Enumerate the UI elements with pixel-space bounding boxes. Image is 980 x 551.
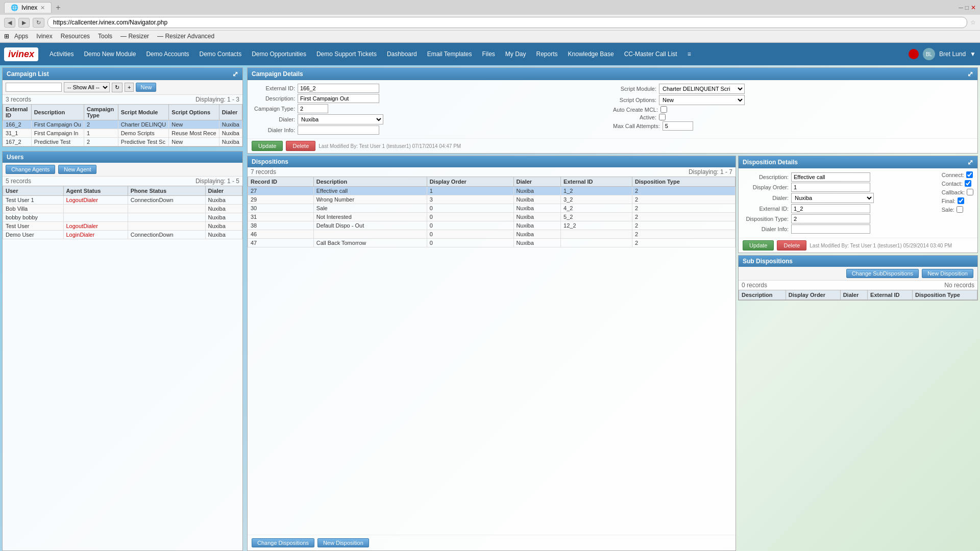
reload-button[interactable]: ↻ <box>33 18 44 28</box>
cell-dialer: Nuxiba <box>219 120 242 129</box>
nav-cc-master[interactable]: CC-Master Call List <box>619 43 682 65</box>
disposition-table-row[interactable]: 38 Default Dispo - Out 0 Nuxiba 12_2 2 <box>248 221 736 230</box>
new-subdisposition-button[interactable]: New Disposition <box>922 269 973 278</box>
change-dispositions-button[interactable]: Change Dispositions <box>252 538 314 547</box>
add-campaign-icon-button[interactable]: + <box>125 83 134 92</box>
users-table-row[interactable]: Bob Villa Nuxiba <box>3 205 242 213</box>
back-button[interactable]: ◀ <box>4 18 15 28</box>
disp-external-id-label: External ID: <box>743 206 791 212</box>
connect-checkbox[interactable] <box>966 171 973 178</box>
users-table-scroll[interactable]: User Agent Status Phone Status Dialer Te… <box>3 186 242 239</box>
nav-demo-new-module[interactable]: Demo New Module <box>79 43 141 65</box>
disposition-table-row[interactable]: 27 Effective call 1 Nuxiba 1_2 2 <box>248 187 736 195</box>
campaign-details-expand[interactable]: ⤢ <box>967 70 973 78</box>
script-options-select[interactable]: New <box>659 95 745 105</box>
disposition-table-row[interactable]: 31 Not Interested 0 Nuxiba 5_2 2 <box>248 213 736 221</box>
nav-knowledge-base[interactable]: Knowledge Base <box>563 43 619 65</box>
url-bar[interactable] <box>47 17 967 28</box>
nav-activities[interactable]: Activities <box>44 43 79 65</box>
change-agents-button[interactable]: Change Agents <box>6 165 55 174</box>
description-input[interactable] <box>298 94 379 103</box>
new-disposition-button[interactable]: New Disposition <box>317 538 369 547</box>
sale-checkbox[interactable] <box>957 206 963 213</box>
nav-demo-accounts[interactable]: Demo Accounts <box>141 43 194 65</box>
campaign-table-row[interactable]: 166_2 First Campaign Ou 2 Charter DELINQ… <box>3 120 242 129</box>
disp-details-expand[interactable]: ⤢ <box>967 158 973 166</box>
refresh-button[interactable]: ↻ <box>112 83 122 92</box>
disp-external-id-input[interactable] <box>791 204 870 213</box>
bookmark-ivinex[interactable]: Ivinex <box>33 32 55 41</box>
auto-create-mcl-checkbox[interactable] <box>660 106 667 113</box>
users-records-count: 5 records <box>6 178 31 185</box>
bookmark-apps[interactable]: Apps <box>11 32 31 41</box>
external-id-input[interactable] <box>298 84 379 93</box>
disposition-table-row[interactable]: 29 Wrong Number 3 Nuxiba 3_2 2 <box>248 195 736 204</box>
disp-dialer-select[interactable]: Nuxiba <box>791 193 874 203</box>
disp-description-input[interactable] <box>791 172 870 182</box>
nav-demo-opportunities[interactable]: Demo Opportunities <box>247 43 311 65</box>
disposition-table-row[interactable]: 30 Sale 0 Nuxiba 4_2 2 <box>248 204 736 213</box>
bookmark-tools[interactable]: Tools <box>95 32 115 41</box>
campaign-delete-button[interactable]: Delete <box>286 141 315 151</box>
new-agent-button[interactable]: New Agent <box>58 165 96 174</box>
bookmark-resources[interactable]: Resources <box>58 32 93 41</box>
script-module-label: Script Module: <box>613 86 659 92</box>
bookmark-resizer-advanced[interactable]: — Resizer Advanced <box>154 32 217 41</box>
campaign-expand-icon[interactable]: ⤢ <box>232 70 238 78</box>
nav-demo-support[interactable]: Demo Support Tickets <box>311 43 382 65</box>
max-call-attempts-input[interactable] <box>663 121 693 131</box>
forward-button[interactable]: ▶ <box>18 18 30 28</box>
sub-dispositions-table-scroll[interactable]: Description Display Order Dialer Externa… <box>739 290 977 300</box>
nav-email-templates[interactable]: Email Templates <box>422 43 477 65</box>
campaign-filter-select[interactable]: -- Show All -- <box>64 82 110 92</box>
new-campaign-button[interactable]: New <box>136 83 156 92</box>
disposition-table-row[interactable]: 47 Call Back Tomorrow 0 Nuxiba 2 <box>248 239 736 247</box>
external-id-row: External ID: <box>252 84 612 93</box>
nav-reports[interactable]: Reports <box>531 43 563 65</box>
final-checkbox[interactable] <box>958 197 964 204</box>
script-module-select[interactable]: Charter DELINQUENT Scri <box>659 84 745 94</box>
disp-dialer-info-input[interactable] <box>791 224 870 234</box>
campaign-update-button[interactable]: Update <box>252 141 283 151</box>
disp-update-button[interactable]: Update <box>743 240 774 251</box>
users-table-row[interactable]: Test User LogoutDialer Nuxiba <box>3 222 242 231</box>
bookmark-resizer[interactable]: — Resizer <box>117 32 152 41</box>
cell-display-order: 0 <box>427 239 513 247</box>
nav-more[interactable]: ≡ <box>682 43 696 65</box>
cell-disp-external-id: 5_2 <box>561 213 632 221</box>
username: Bret Lund <box>939 51 966 58</box>
user-dropdown-icon[interactable]: ▼ <box>970 51 976 58</box>
minimize-button[interactable]: ─ <box>959 4 963 11</box>
record-button[interactable] <box>909 49 919 59</box>
maximize-button[interactable]: □ <box>965 4 969 11</box>
disposition-table-row[interactable]: 46 0 Nuxiba 2 <box>248 230 736 239</box>
nav-demo-contacts[interactable]: Demo Contacts <box>194 43 247 65</box>
browser-tab[interactable]: 🌐 Ivinex ✕ <box>4 2 52 13</box>
contact-checkbox[interactable] <box>965 180 971 187</box>
close-button[interactable]: ✕ <box>971 4 976 11</box>
callback-checkbox[interactable] <box>967 189 973 195</box>
disp-delete-button[interactable]: Delete <box>777 240 806 251</box>
campaign-type-input[interactable] <box>298 104 328 113</box>
nav-my-day[interactable]: My Day <box>500 43 531 65</box>
nav-dashboard[interactable]: Dashboard <box>382 43 422 65</box>
disp-display-order-input[interactable] <box>791 183 870 192</box>
users-table-row[interactable]: Test User 1 LogoutDialer ConnectionDown … <box>3 196 242 205</box>
dialer-select[interactable]: Nuxiba <box>298 114 383 124</box>
dispositions-table-scroll[interactable]: Record ID Description Display Order Dial… <box>248 177 736 535</box>
bookmark-star[interactable]: ☆ <box>970 19 976 26</box>
cell-record-id: 30 <box>248 204 314 213</box>
dialer-info-input[interactable] <box>298 126 379 135</box>
users-table-row[interactable]: bobby bobby Nuxiba <box>3 213 242 222</box>
tab-close-button[interactable]: ✕ <box>40 5 45 11</box>
campaign-search-input[interactable] <box>6 83 62 92</box>
campaign-table-scroll[interactable]: External ID Description Campaign Type Sc… <box>3 104 242 146</box>
nav-files[interactable]: Files <box>477 43 500 65</box>
change-subdispositions-button[interactable]: Change SubDispositions <box>846 269 919 278</box>
users-table-row[interactable]: Demo User LoginDialer ConnectionDown Nux… <box>3 231 242 239</box>
new-tab-button[interactable]: + <box>56 3 60 12</box>
campaign-table-row[interactable]: 31_1 First Campaign In 1 Demo Scripts Re… <box>3 129 242 138</box>
campaign-table-row[interactable]: 167_2 Predictive Test 2 Predictive Test … <box>3 138 242 146</box>
active-checkbox[interactable] <box>659 114 666 120</box>
disp-type-input[interactable] <box>791 214 870 223</box>
